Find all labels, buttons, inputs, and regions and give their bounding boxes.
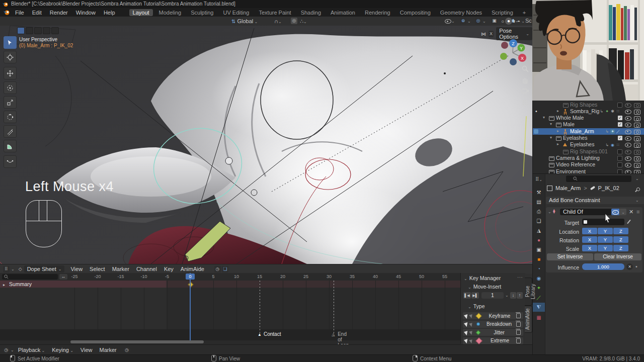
workspace-tab-compositing[interactable]: Compositing: [396, 9, 434, 16]
move-insert-header[interactable]: ⌄Move-Insert: [468, 284, 501, 290]
dope-menu-animaide[interactable]: AnimAide: [181, 266, 204, 272]
visibility-dropdown[interactable]: ⌄: [445, 18, 455, 24]
tool-select-box[interactable]: [4, 36, 17, 49]
influence-clear-icon[interactable]: ✕: [626, 263, 633, 270]
tool-scale[interactable]: [4, 96, 17, 109]
outliner-row-whole-male[interactable]: ▾Whole Male✓: [533, 115, 644, 121]
location-x-button[interactable]: X: [582, 228, 597, 234]
outliner-row-camera-lighting[interactable]: Camera & Lighting: [533, 155, 644, 161]
outliner-row-sombra-rig[interactable]: •▸Sombra_Rig↳✦✱∷: [533, 108, 644, 115]
constraint-expand-caret[interactable]: ⌄: [548, 210, 551, 214]
expand-arrow[interactable]: ▸: [557, 142, 559, 146]
xray-toggle-icon[interactable]: ▣: [491, 18, 498, 24]
tab-bone-constraint-icon[interactable]: ⧨: [533, 303, 545, 312]
mirror-icon[interactable]: ⋈: [481, 31, 486, 37]
tool-pose-breakdowner[interactable]: [4, 155, 17, 168]
collection-checkbox[interactable]: [617, 103, 622, 108]
camera-icon[interactable]: [634, 143, 640, 148]
workspace-tab-geometry-nodes[interactable]: Geometry Nodes: [437, 9, 486, 16]
scale-x-button[interactable]: X: [582, 245, 597, 251]
move-amount-caret[interactable]: ⌄: [505, 293, 509, 298]
eye-icon[interactable]: [625, 150, 631, 154]
dope-menu-channel[interactable]: Channel: [136, 266, 157, 272]
location-z-button[interactable]: Z: [613, 228, 628, 234]
tool-transform[interactable]: [4, 111, 17, 123]
tool-annotate[interactable]: [4, 125, 17, 138]
marker-label-contact[interactable]: Contact: [264, 331, 281, 337]
select-mode-box[interactable]: [26, 27, 33, 34]
menu-help[interactable]: Help: [104, 10, 115, 16]
timeline-menu-view[interactable]: View: [80, 347, 93, 353]
trash-icon[interactable]: [516, 330, 521, 335]
menu-window[interactable]: Window: [76, 10, 96, 16]
shading-wireframe-icon[interactable]: ○: [501, 19, 504, 24]
collection-checkbox[interactable]: [617, 156, 622, 161]
outliner-row-male-arm[interactable]: ▸Male_Arm↳✦／: [533, 128, 644, 135]
select-mode-tweak[interactable]: [17, 27, 25, 34]
eyedropper-icon[interactable]: [627, 220, 631, 224]
select-mode-lasso[interactable]: [43, 27, 50, 34]
key-type-label[interactable]: Keyframe: [483, 313, 516, 319]
workspace-tab-uv-editing[interactable]: UV Editing: [219, 9, 253, 16]
workspace-tab--[interactable]: +: [519, 9, 529, 16]
dope-sheet-canvas[interactable]: ↔ ▸ Summary -25-20-15-10-551015202530354…: [0, 273, 460, 344]
dope-menu-select[interactable]: Select: [90, 266, 105, 272]
timeline-menu-keying[interactable]: Keying ⌄: [52, 347, 73, 353]
menu-render[interactable]: Render: [50, 10, 68, 16]
workspace-tab-scripting[interactable]: Scripting: [488, 9, 517, 16]
collection-checkbox[interactable]: [617, 169, 622, 174]
tool-move[interactable]: [4, 67, 17, 79]
collection-checkbox[interactable]: ✓: [618, 122, 622, 127]
workspace-tab-rendering[interactable]: Rendering: [361, 9, 394, 16]
camera-icon[interactable]: [634, 170, 640, 174]
collection-checkbox[interactable]: [617, 149, 622, 154]
target-field[interactable]: [582, 219, 624, 225]
marker-region[interactable]: [0, 329, 460, 340]
jump-first-key-button[interactable]: ▌◀: [463, 292, 471, 299]
shading-rendered-icon[interactable]: ◓: [517, 19, 520, 24]
marker-triangle[interactable]: ▲: [258, 332, 262, 337]
tab-tool-icon[interactable]: ⚒: [533, 188, 545, 197]
select-more-pointer-icon[interactable]: [469, 313, 474, 318]
dope-menu-view[interactable]: View: [70, 266, 83, 272]
tool-cursor[interactable]: [4, 51, 17, 63]
select-keys-pointer-icon[interactable]: [464, 313, 469, 318]
select-more-pointer-icon[interactable]: [469, 338, 474, 343]
key-type-label[interactable]: Breakdown: [482, 321, 516, 327]
scale-z-button[interactable]: Z: [613, 245, 628, 251]
select-keys-pointer-icon[interactable]: [464, 329, 469, 335]
overlays-toggle-icon[interactable]: ◎: [475, 18, 481, 24]
camera-icon[interactable]: [634, 156, 640, 161]
filter-toggle-button[interactable]: ↔: [59, 274, 67, 280]
channel-region[interactable]: [0, 288, 166, 329]
set-inverse-button[interactable]: Set Inverse: [547, 253, 593, 260]
influence-animate-dot[interactable]: •: [635, 263, 637, 269]
shading-caret[interactable]: ⌄: [521, 19, 525, 24]
overlays-caret[interactable]: ⌄: [482, 19, 486, 24]
clear-inverse-button[interactable]: Clear Inverse: [594, 253, 641, 260]
outliner-row-environment[interactable]: Environment: [533, 168, 644, 174]
playback-sync-icon[interactable]: ◷: [214, 266, 221, 273]
camera-icon[interactable]: [634, 116, 640, 121]
timeline-editor-icon[interactable]: ◷: [3, 347, 10, 353]
workspace-tab-modeling[interactable]: Modeling: [155, 9, 185, 16]
marker-triangle[interactable]: △: [332, 332, 335, 337]
shading-solid-icon[interactable]: ●: [505, 18, 512, 25]
x-axis-button[interactable]: X: [489, 31, 494, 37]
current-frame-badge[interactable]: 0: [186, 274, 195, 280]
snap-magnet-icon[interactable]: ∩⌄: [274, 18, 282, 24]
workspace-tab-sculpting[interactable]: Sculpting: [187, 9, 217, 16]
proportional-editing-icon[interactable]: ◎: [291, 18, 297, 24]
tab-pose-library[interactable]: Pose Library: [525, 278, 532, 306]
tab-object-icon[interactable]: ■: [533, 255, 545, 264]
tab-viewlayer-icon[interactable]: ❏: [533, 217, 545, 226]
tab-animaide[interactable]: AnimAide: [525, 306, 532, 333]
camera-icon[interactable]: [634, 103, 640, 108]
properties-editor-icon[interactable]: ⠿⌄: [533, 175, 545, 184]
gizmos-caret[interactable]: ⌄: [467, 19, 471, 24]
add-bone-constraint-button[interactable]: Add Bone Constraint⌄: [546, 197, 644, 204]
blender-menu-icon[interactable]: [4, 9, 10, 16]
expand-arrow[interactable]: ▸: [557, 109, 559, 113]
trash-icon[interactable]: [516, 338, 521, 343]
tab-scene-icon[interactable]: ◮: [533, 226, 545, 235]
